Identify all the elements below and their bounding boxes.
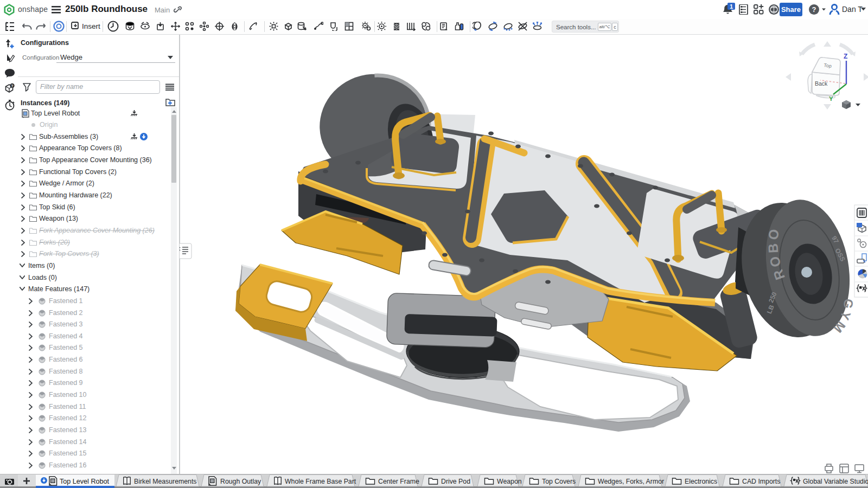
svg-text:Top Covers: Top Covers	[542, 478, 576, 485]
svg-text:CAD Imports: CAD Imports	[742, 478, 780, 485]
svg-text:Global Variable Studio: Global Variable Studio	[803, 478, 868, 485]
svg-text:Whole Frame Base Part: Whole Frame Base Part	[285, 478, 356, 485]
svg-text:Top Level Robot: Top Level Robot	[60, 478, 110, 485]
svg-text:Wedges, Forks, Armor: Wedges, Forks, Armor	[598, 478, 664, 485]
svg-text:Rough Outlay: Rough Outlay	[220, 478, 261, 485]
svg-text:Top: Top	[824, 62, 832, 69]
svg-text:?: ?	[11, 84, 13, 88]
svg-text:Weapon: Weapon	[497, 478, 522, 485]
svg-text:Drive Pod: Drive Pod	[441, 478, 470, 485]
svg-text:1: 1	[730, 3, 733, 10]
svg-text:?: ?	[812, 5, 816, 14]
svg-text:Center Frame: Center Frame	[378, 478, 419, 485]
svg-text:Electronics: Electronics	[685, 478, 717, 485]
svg-text:Birkel Measurements: Birkel Measurements	[134, 478, 197, 485]
svg-text:Z: Z	[844, 53, 847, 60]
svg-text:Y: Y	[829, 95, 833, 102]
